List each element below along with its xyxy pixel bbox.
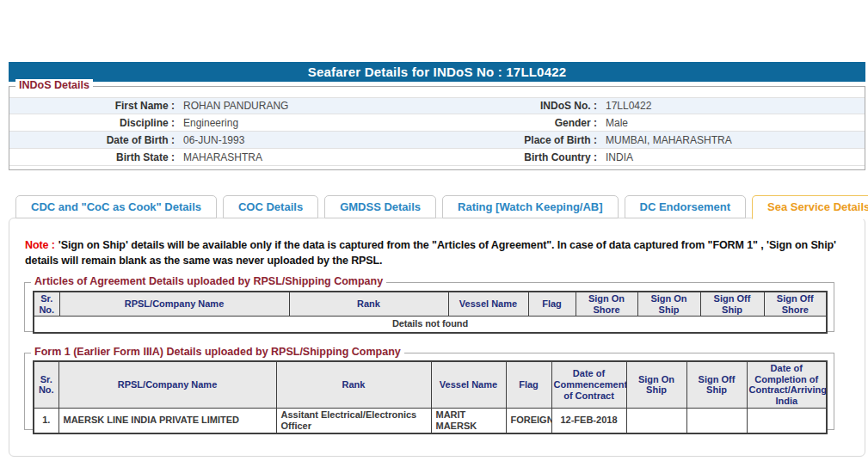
indos-row: Discipline :Engineering Gender :Male [9,114,865,132]
cell-sr-no: 1. [34,408,58,433]
field-label: Birth State : [9,151,175,163]
cell-completion-date [747,408,827,433]
tab-sea-service-details[interactable]: Sea Service Details [752,195,868,219]
field-value: Male [606,117,628,129]
column-header: Sign On Ship [626,361,686,408]
indos-row: First Name :ROHAN PANDURANG INDoS No. :1… [9,97,865,114]
cell-vessel-name: MARIT MAERSK [431,408,506,433]
articles-of-agreement-legend: Articles of Agreement Details uploaded b… [31,275,386,287]
indos-details-legend: INDoS Details [15,79,93,91]
cell-sign-on-ship [626,408,686,433]
table-header-row: Sr. No. RPSL/Company Name Rank Vessel Na… [34,292,827,317]
tab-gmdss-details[interactable]: GMDSS Details [324,195,436,218]
table-header-row: Sr. No. RPSL/Company Name Rank Vessel Na… [34,361,827,408]
articles-of-agreement-section: Articles of Agreement Details uploaded b… [24,282,834,332]
indos-details-rows: First Name :ROHAN PANDURANG INDoS No. :1… [9,97,865,166]
field-value: ROHAN PANDURANG [183,100,288,112]
field-label: Place of Birth : [437,134,597,146]
column-header: Sign Off Ship [700,292,764,317]
column-header: Date of Commencement of Contract [551,361,626,408]
cell-company-name: MAERSK LINE INDIA PRIVATE LIMITED [58,408,276,433]
cell-sign-off-ship [686,408,747,433]
column-header: Sign Off Shore [764,292,827,317]
field-label: Gender : [437,117,597,129]
indos-row: Birth State :MAHARASHTRA Birth Country :… [9,149,865,166]
tab-rating-watch-keeping-ab[interactable]: Rating [Watch Keeping/AB] [442,195,619,218]
column-header: Flag [506,361,551,408]
field-label: Birth Country : [437,151,597,163]
indos-details-section: INDoS Details First Name :ROHAN PANDURAN… [9,86,865,170]
form1-details-section: Form 1 (Earlier Form IIIA) Details uploa… [24,353,834,430]
field-value: INDIA [606,151,633,163]
field-label: INDoS No. : [437,100,597,112]
column-header: Rank [276,361,431,408]
sea-service-details-panel: Note :'Sign on Ship' details will be ava… [9,218,865,457]
column-header: Vessel Name [431,361,506,408]
column-header: Sr. No. [34,292,59,317]
column-header: RPSL/Company Name [59,292,289,317]
field-value: Engineering [183,117,238,129]
field-value: 06-JUN-1993 [183,134,244,146]
indos-row: Date of Birth :06-JUN-1993 Place of Birt… [9,132,865,149]
note-prefix: Note : [25,239,55,251]
articles-of-agreement-table: Sr. No. RPSL/Company Name Rank Vessel Na… [33,291,828,334]
form1-details-legend: Form 1 (Earlier Form IIIA) Details uploa… [31,346,404,358]
details-not-found-message: Details not found [34,317,827,333]
column-header: Flag [528,292,576,317]
field-label: Discipline : [9,117,175,129]
column-header: Sign On Shore [576,292,637,317]
field-label: First Name : [9,100,175,112]
cell-commencement-date: 12-FEB-2018 [551,408,626,433]
tab-cdc-coc-cook-details[interactable]: CDC and "CoC as Cook" Details [15,195,217,218]
column-header: Vessel Name [448,292,528,317]
tab-dc-endorsement[interactable]: DC Endorsement [625,195,746,218]
detail-tabs: CDC and "CoC as Cook" Details COC Detail… [15,195,868,219]
table-row: 1. MAERSK LINE INDIA PRIVATE LIMITED Ass… [34,408,827,433]
sign-on-ship-note: Note :'Sign on Ship' details will be ava… [25,237,853,268]
table-row: Details not found [34,317,827,333]
cell-flag: FOREIGN [506,408,551,433]
column-header: Sr. No. [34,361,58,408]
form1-details-table: Sr. No. RPSL/Company Name Rank Vessel Na… [33,360,828,434]
field-label: Date of Birth : [9,134,175,146]
column-header: Sign On Ship [637,292,700,317]
column-header: Sign Off Ship [686,361,747,408]
field-value: 17LL0422 [606,100,651,112]
tab-coc-details[interactable]: COC Details [223,195,318,218]
page-title: Seafarer Details for INDoS No : 17LL0422 [9,62,865,82]
column-header: RPSL/Company Name [58,361,276,408]
note-text: 'Sign on Ship' details will be available… [25,239,836,267]
field-value: MUMBAI, MAHARASHTRA [606,134,732,146]
column-header: Rank [289,292,448,317]
cell-rank: Assitant Electrical/Electronics Officer [276,408,431,433]
column-header: Date of Completion of Contract/Arriving … [747,361,827,408]
field-value: MAHARASHTRA [183,151,262,163]
